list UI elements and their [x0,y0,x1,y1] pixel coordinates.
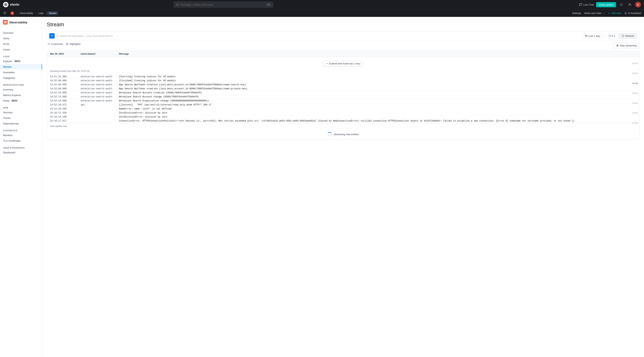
log-row[interactable]: 14:52:28.672 api [][access] "PUT /api/en… [47,103,639,107]
log-message: ConnectionError: HTTPSConnectionPool(hos… [119,120,636,122]
svg-point-14 [56,35,58,36]
svg-point-19 [48,44,49,44]
showing-entries-label: Showing entries from Mar 29, 14:51:32 [47,68,639,75]
top-nav-right: Live Chat Setup guides D [579,2,641,8]
sidebar-section-infrastructure-header: Infrastructure [0,82,42,87]
breadcrumb-items: D › Observability › Logs › Stream [8,11,58,16]
log-time: 14:52:10.000 [50,92,81,94]
sidebar-item-tls-certificates[interactable]: TLS Certificates [0,138,42,144]
global-search-bar[interactable]: ⌘/ [174,2,273,8]
breadcrumb-logs[interactable]: Logs [36,11,46,15]
sidebar-item-overview[interactable]: Overview [0,30,42,36]
customize-button[interactable]: Customize [48,42,63,46]
log-message: ZeroDivisionError: division by zero [119,112,636,114]
log-row[interactable]: 14:52:06.000 enterprise-search-audit [Fi… [47,79,639,83]
log-time: 14:52:06.000 [50,80,81,82]
svg-marker-9 [625,12,627,14]
log-time: 15:16:17.617 [50,120,81,122]
date-picker-button[interactable]: Last 1 day [583,33,605,38]
breadcrumb-right: Settings Alerts and rules Add data AI As… [572,12,641,14]
sidebar-item-anomalies[interactable]: Anomalies [0,70,42,75]
log-time: 14:51:32.000 [50,75,81,78]
alerts-rules-dropdown[interactable]: Alerts and rules [584,12,604,14]
sidebar-item-dashboard[interactable]: Dashboard [0,150,42,155]
log-message: App Search ApiToken creation (loco_moco_… [119,84,636,86]
sidebar-item-categories[interactable]: Categories [0,75,42,81]
sidebar-item-inventory[interactable]: Inventory [0,87,42,92]
sidebar-item-monitors[interactable]: Monitors [0,132,42,138]
sidebar-item-explorer[interactable]: Explorer BETA [0,58,42,64]
extend-time-frame-button[interactable]: Extend time frame by 1 hour [322,61,364,66]
sidebar-section-user-experience-header: User Experience [0,145,42,150]
sidebar-item-services[interactable]: Services [0,110,42,115]
sidebar-item-cases[interactable]: Cases [0,47,42,52]
sidebar-item-metrics-explorer[interactable]: Metrics Explorer [0,92,42,98]
live-chat-button[interactable]: Live Chat [579,3,594,6]
refresh-interval-display[interactable]: 5 s [606,33,617,38]
add-data-button[interactable]: Add data [608,12,621,14]
user-menu-button[interactable] [627,2,633,8]
log-dataset: enterprise-search-audit [81,88,119,90]
sidebar-section-logs-header: Logs [0,54,42,58]
top-nav: elastic ⌘/ Live Chat Setup guides D [0,0,644,9]
sidebar-item-dependencies[interactable]: Dependencies [0,121,42,126]
sidebar-item-stream[interactable]: Stream [0,64,42,70]
log-search-wrap [56,34,581,38]
breadcrumb-stream[interactable]: Stream [47,11,58,15]
settings-link[interactable]: Settings [572,12,581,14]
elastic-logo[interactable]: elastic [3,2,20,7]
log-row[interactable]: 14:52:09.000 enterprise-search-audit App… [47,87,639,91]
sidebar-item-hosts[interactable]: Hosts BETA [0,98,42,104]
hamburger-menu[interactable] [3,11,6,15]
notifications-button[interactable] [618,2,624,8]
sidebar-brand: Observability [0,20,42,28]
log-time: 14:52:18.000 [50,100,81,102]
svg-rect-11 [6,21,6,22]
sidebar-item-alerts[interactable]: Alerts [0,36,42,41]
last-update-label: Last update now [47,123,639,129]
streaming-footer: Streaming new entries [47,129,639,140]
log-row[interactable]: 14:52:09.000 enterprise-search-audit App… [47,83,639,87]
log-row[interactable]: 15:16:15.199 ZeroDivisionError: division… [47,115,639,119]
breadcrumb-observability[interactable]: Observability [18,11,35,15]
log-row[interactable]: 14:52:18.000 enterprise-search-audit Wor… [47,99,639,103]
breadcrumb-bar: D › Observability › Logs › Stream Settin… [0,9,644,17]
search-shortcut: ⌘/ [266,3,271,6]
breadcrumb-avatar: D [10,11,14,15]
page-title: Stream [47,22,640,28]
log-row[interactable]: 14:52:10.000 enterprise-search-audit Wor… [47,91,639,95]
refresh-button[interactable]: Refresh [619,33,637,38]
svg-rect-21 [618,45,618,46]
sidebar-item-slos[interactable]: SLOs [0,41,42,47]
app-layout: Observability Overview Alerts SLOs Cases… [0,0,644,357]
log-time: 14:52:13.000 [50,96,81,98]
sidebar-section-apm: APM Services Traces Dependencies [0,104,42,127]
log-dataset: enterprise-search-audit [81,96,119,98]
log-time: 14:52:09.000 [50,88,81,90]
log-time: 14:52:09.000 [50,84,81,86]
global-search-input[interactable] [180,3,265,6]
log-row[interactable]: 15:16:17.617 ConnectionError: HTTPSConne… [47,119,639,123]
svg-point-2 [176,4,178,5]
log-message: [Starting] Creating indices for 45 model… [119,75,636,78]
svg-rect-12 [4,22,5,24]
log-row[interactable]: 14:52:13.000 enterprise-search-audit Wor… [47,95,639,99]
setup-guides-button[interactable]: Setup guides [596,2,616,7]
add-filter-button[interactable]: + [49,33,55,38]
log-search-input[interactable] [60,34,581,38]
highlights-button[interactable]: Highlights [66,42,80,46]
user-avatar[interactable]: D [635,2,641,8]
sidebar-item-traces[interactable]: Traces [0,115,42,121]
log-dataset: enterprise-search-audit [81,100,119,102]
ai-assistant-button[interactable]: AI Assistant [624,12,641,14]
breadcrumb-d[interactable]: D [8,11,16,16]
stop-streaming-button[interactable]: Stop streaming [613,43,640,48]
log-dataset: enterprise-search-audit [81,80,119,82]
log-dataset: api [81,104,119,106]
log-row[interactable]: 14:51:32.000 enterprise-search-audit [St… [47,75,639,79]
log-row[interactable]: 15:16:12.938 ZeroDivisionError: division… [47,111,639,115]
toolbar-right: Last 1 day 5 s Refresh [583,33,637,38]
log-message: App Search ApiToken creation (loco_moco_… [119,88,636,90]
log-content: Extend time frame by 1 hour Showing entr… [47,57,639,140]
log-row[interactable]: 15:12:28.595 NameError: name 'listf' is … [47,107,639,111]
